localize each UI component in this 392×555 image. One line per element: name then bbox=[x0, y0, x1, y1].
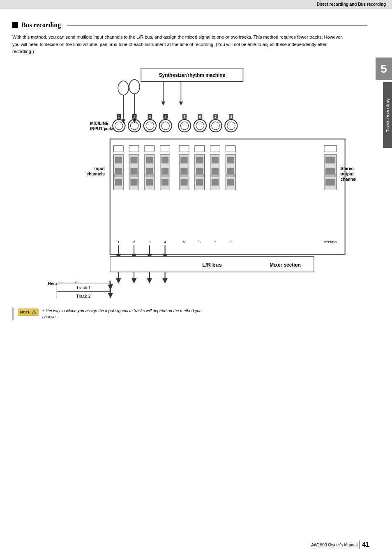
svg-text:!: ! bbox=[34, 311, 35, 314]
note-text: • The way in which you assign the input … bbox=[42, 308, 210, 320]
svg-text:3: 3 bbox=[148, 240, 150, 244]
svg-rect-71 bbox=[180, 157, 187, 163]
svg-rect-90 bbox=[227, 168, 234, 174]
svg-rect-91 bbox=[227, 179, 234, 185]
svg-rect-51 bbox=[129, 145, 139, 152]
footer-divider bbox=[360, 541, 360, 549]
svg-rect-60 bbox=[146, 168, 153, 174]
svg-rect-66 bbox=[161, 168, 168, 174]
svg-point-25 bbox=[212, 122, 219, 129]
svg-point-18 bbox=[159, 120, 172, 132]
svg-rect-63 bbox=[160, 145, 170, 152]
svg-rect-93 bbox=[324, 145, 337, 152]
section-heading: Bus recording bbox=[12, 21, 367, 29]
svg-rect-57 bbox=[145, 145, 154, 152]
svg-point-22 bbox=[194, 120, 206, 132]
svg-text:2: 2 bbox=[133, 240, 135, 244]
svg-rect-53 bbox=[130, 157, 137, 163]
svg-point-24 bbox=[209, 120, 221, 132]
footer-page: 41 bbox=[362, 541, 369, 548]
svg-rect-45 bbox=[113, 145, 123, 152]
svg-rect-83 bbox=[212, 157, 219, 163]
svg-text:output: output bbox=[341, 172, 354, 176]
header-title: Direct recording and Bus recording bbox=[317, 2, 386, 7]
svg-rect-96 bbox=[325, 168, 335, 174]
note-badge-text: NOTE bbox=[20, 310, 30, 314]
svg-rect-75 bbox=[195, 145, 205, 152]
svg-point-19 bbox=[161, 122, 169, 129]
svg-point-26 bbox=[225, 120, 237, 132]
svg-point-17 bbox=[146, 122, 154, 129]
svg-rect-47 bbox=[115, 157, 122, 163]
diagram-container: Synthesizer/rhythm machine bbox=[21, 64, 358, 299]
svg-text:6: 6 bbox=[199, 114, 201, 118]
input-jacks bbox=[113, 120, 237, 132]
svg-text:Mixer section: Mixer section bbox=[270, 262, 301, 268]
footer-product: AW1600 Owner's Manual bbox=[311, 543, 358, 547]
svg-rect-87 bbox=[226, 145, 235, 152]
svg-rect-55 bbox=[130, 179, 137, 185]
svg-point-4 bbox=[129, 80, 140, 94]
svg-text:7: 7 bbox=[214, 114, 217, 118]
note-badge: NOTE ! bbox=[18, 309, 39, 316]
svg-rect-84 bbox=[212, 168, 219, 174]
heading-square-icon bbox=[12, 22, 18, 28]
svg-rect-85 bbox=[212, 179, 219, 185]
svg-text:Input: Input bbox=[95, 166, 105, 171]
main-content: Bus recording With this method, you can … bbox=[0, 9, 392, 328]
svg-point-27 bbox=[227, 122, 235, 129]
svg-text:MIC/LINE: MIC/LINE bbox=[90, 121, 108, 126]
svg-rect-89 bbox=[227, 157, 234, 163]
svg-text:8: 8 bbox=[230, 240, 232, 244]
svg-text:INPUT jacks: INPUT jacks bbox=[90, 127, 114, 131]
svg-rect-79 bbox=[196, 179, 203, 185]
page-header: Direct recording and Bus recording bbox=[0, 0, 392, 9]
svg-rect-92 bbox=[227, 175, 235, 177]
svg-rect-77 bbox=[196, 157, 203, 163]
svg-rect-72 bbox=[180, 168, 187, 174]
svg-rect-98 bbox=[325, 175, 336, 177]
svg-rect-86 bbox=[211, 175, 219, 177]
track-list: Track 1 Track 2 Track 3 Track 4 Track 5 … bbox=[57, 283, 110, 299]
svg-text:channels: channels bbox=[86, 172, 105, 176]
section-title: Bus recording bbox=[21, 21, 61, 29]
heading-line bbox=[67, 25, 367, 25]
svg-point-20 bbox=[178, 120, 191, 132]
svg-rect-62 bbox=[145, 175, 153, 177]
body-text: With this method, you can send multiple … bbox=[12, 34, 349, 55]
svg-text:Synthesizer/rhythm machine: Synthesizer/rhythm machine bbox=[159, 72, 226, 78]
svg-text:1: 1 bbox=[118, 114, 120, 118]
svg-text:Track 2: Track 2 bbox=[76, 293, 91, 298]
svg-rect-61 bbox=[146, 179, 153, 185]
svg-text:7: 7 bbox=[214, 240, 216, 244]
footer: AW1600 Owner's Manual 41 bbox=[311, 541, 370, 549]
svg-point-15 bbox=[130, 122, 138, 129]
svg-rect-78 bbox=[196, 168, 203, 174]
svg-rect-95 bbox=[325, 157, 335, 163]
svg-point-13 bbox=[115, 122, 123, 129]
svg-rect-68 bbox=[161, 175, 169, 177]
svg-rect-54 bbox=[130, 168, 137, 174]
svg-rect-97 bbox=[325, 179, 335, 185]
svg-text:8: 8 bbox=[230, 114, 232, 118]
note-icon: ! bbox=[32, 310, 37, 315]
svg-text:1: 1 bbox=[118, 240, 120, 244]
svg-point-16 bbox=[144, 120, 156, 132]
note-box: NOTE ! • The way in which you assign the… bbox=[12, 308, 210, 320]
svg-rect-59 bbox=[146, 157, 153, 163]
svg-rect-65 bbox=[161, 157, 168, 163]
svg-point-21 bbox=[180, 122, 188, 129]
svg-text:6: 6 bbox=[198, 240, 201, 244]
svg-rect-69 bbox=[179, 145, 189, 152]
svg-point-2 bbox=[118, 81, 129, 95]
diagram-svg: Synthesizer/rhythm machine bbox=[21, 64, 358, 299]
svg-point-23 bbox=[196, 122, 204, 129]
svg-text:L/R bus: L/R bus bbox=[202, 262, 221, 268]
svg-text:5: 5 bbox=[184, 114, 186, 118]
svg-text:3: 3 bbox=[149, 114, 151, 118]
svg-rect-81 bbox=[210, 145, 220, 152]
svg-rect-80 bbox=[196, 175, 203, 177]
svg-rect-56 bbox=[130, 175, 138, 177]
svg-rect-48 bbox=[115, 168, 122, 174]
svg-text:4: 4 bbox=[164, 114, 166, 118]
